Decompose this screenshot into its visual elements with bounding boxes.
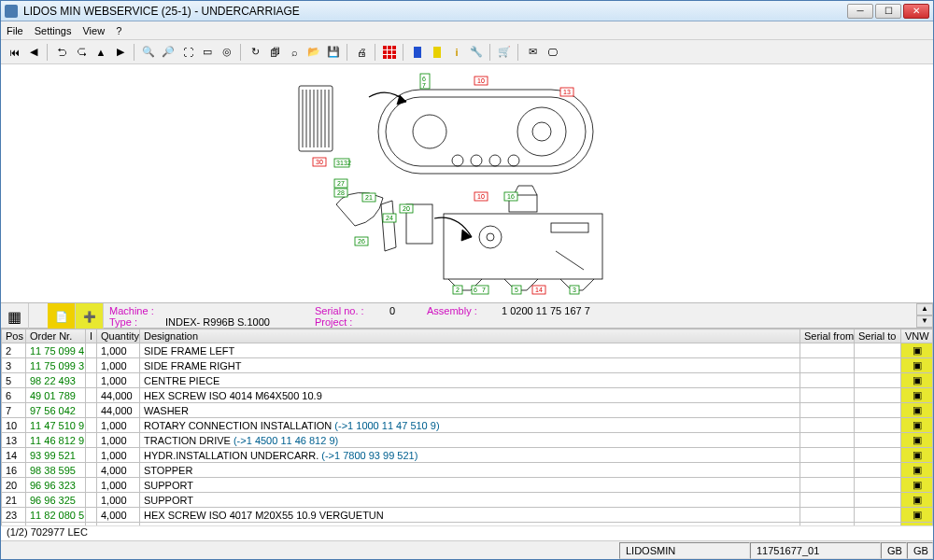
order-link[interactable]: 97 56 042 (30, 405, 76, 416)
vnw-icon[interactable]: ▣ (901, 523, 933, 526)
table-row[interactable]: 1698 38 5954,000STOPPER▣ (2, 463, 933, 478)
table-row[interactable]: 2096 96 3231,000SUPPORT▣ (2, 478, 933, 493)
svg-text:32: 32 (344, 160, 351, 166)
table-row[interactable]: 1311 46 812 91,000TRACTION DRIVE (->1 45… (2, 433, 933, 448)
minimize-button[interactable]: ─ (847, 4, 873, 19)
ref-link[interactable]: (->1 1000 11 47 510 9) (334, 420, 439, 431)
order-link[interactable]: 11 82 080 5 (30, 510, 84, 521)
save-icon[interactable]: 💾 (324, 43, 343, 62)
col-vnw[interactable]: VNW (901, 329, 933, 343)
nav-back-icon[interactable]: ⮌ (52, 43, 71, 62)
nav-fwd-icon[interactable]: ⮎ (72, 43, 91, 62)
info-strip: ▦ 📄 ➕ Machine : Serial no. : 0 Assembly … (1, 302, 933, 329)
ref-link[interactable]: (->1 4500 11 46 812 9) (234, 435, 338, 446)
order-link[interactable]: 11 75 099 4 (30, 345, 84, 357)
order-link[interactable]: 96 96 325 (30, 495, 76, 506)
table-row[interactable]: 1011 47 510 91,000ROTARY CONNECTION INST… (2, 418, 933, 433)
grid-view-button[interactable]: ▦ (1, 303, 29, 329)
close-button[interactable]: ✕ (903, 4, 929, 19)
table-row[interactable]: 311 75 099 31,000SIDE FRAME RIGHT▣ (2, 358, 933, 373)
maximize-button[interactable]: ☐ (875, 4, 901, 19)
zoom-in-icon[interactable]: 🔍 (139, 43, 158, 62)
vnw-icon[interactable]: ▣ (901, 478, 933, 493)
order-link[interactable]: 98 38 595 (30, 465, 76, 476)
ref-link[interactable]: (->1 7800 93 99 521) (321, 450, 417, 461)
col-pos[interactable]: Pos (2, 329, 26, 343)
svg-rect-2 (433, 47, 441, 58)
table-row[interactable]: 2196 96 3251,000SUPPORT▣ (2, 493, 933, 508)
table-row[interactable]: 598 22 4931,000CENTRE PIECE▣ (2, 373, 933, 388)
print-icon[interactable]: 🖨 (352, 43, 371, 62)
order-link[interactable]: 11 47 510 9 (30, 420, 84, 431)
info-scroll-down[interactable]: ▼ (916, 315, 933, 328)
svg-rect-0 (383, 46, 396, 59)
order-link[interactable]: 96 96 323 (30, 480, 76, 491)
wrench-icon[interactable]: 🔧 (467, 43, 486, 62)
info-icon[interactable]: i (447, 43, 466, 62)
search-doc-icon[interactable]: 🗐 (265, 43, 284, 62)
menu-settings[interactable]: Settings (35, 25, 72, 36)
parts-table[interactable]: Pos Order Nr. I Quantity Designation Ser… (1, 329, 933, 525)
vnw-icon[interactable]: ▣ (901, 448, 933, 463)
open-icon[interactable]: 📂 (304, 43, 323, 62)
order-link[interactable]: 93 99 521 (30, 450, 76, 461)
order-link[interactable]: 99 18 229 (30, 525, 76, 526)
nav-right-icon[interactable]: ▶ (111, 43, 130, 62)
vnw-icon[interactable]: ▣ (901, 418, 933, 433)
table-row[interactable]: 2499 18 2294,000WASHER 20.5/34X5▣ (2, 523, 933, 526)
svg-point-5 (517, 107, 566, 156)
order-link[interactable]: 11 75 099 3 (30, 360, 84, 371)
order-link[interactable]: 11 46 812 9 (30, 435, 84, 446)
svg-point-15 (479, 226, 502, 248)
marker-blue-icon[interactable] (408, 43, 427, 62)
vnw-icon[interactable]: ▣ (901, 403, 933, 418)
col-serial-to[interactable]: Serial to (855, 329, 901, 343)
col-des[interactable]: Designation (140, 329, 800, 343)
order-basket-button[interactable]: 📄 (48, 303, 76, 329)
table-row[interactable]: 211 75 099 41,000SIDE FRAME LEFT▣ (2, 343, 933, 358)
menu-file[interactable]: File (7, 25, 23, 36)
monitor-icon[interactable]: 🖵 (543, 43, 561, 62)
table-row[interactable]: 649 01 78944,000HEX SCREW ISO 4014 M64X5… (2, 388, 933, 403)
cart-icon[interactable]: 🛒 (495, 43, 514, 62)
vnw-icon[interactable]: ▣ (901, 508, 933, 523)
nav-prev-icon[interactable]: ◀ (24, 43, 43, 62)
order-link[interactable]: 49 01 789 (30, 390, 76, 401)
order-link[interactable]: 98 22 493 (30, 375, 76, 386)
marker-yellow-icon[interactable] (428, 43, 446, 62)
info-scroll-up[interactable]: ▲ (916, 303, 933, 315)
grid-red-icon[interactable] (380, 43, 399, 62)
search-icon[interactable]: ⌕ (285, 43, 304, 62)
col-qty[interactable]: Quantity (97, 329, 140, 343)
vnw-icon[interactable]: ▣ (901, 493, 933, 508)
vnw-icon[interactable]: ▣ (901, 343, 933, 358)
vnw-icon[interactable]: ▣ (901, 463, 933, 478)
mail-icon[interactable]: ✉ (523, 43, 542, 62)
col-order[interactable]: Order Nr. (26, 329, 86, 343)
vnw-icon[interactable]: ▣ (901, 373, 933, 388)
vnw-icon[interactable]: ▣ (901, 388, 933, 403)
table-row[interactable]: 1493 99 5211,000HYDR.INSTALLATION UNDERC… (2, 448, 933, 463)
svg-text:6: 6 (422, 76, 426, 82)
target-icon[interactable]: ◎ (218, 43, 236, 62)
zoom-fit-icon[interactable]: ⛶ (178, 43, 197, 62)
svg-text:26: 26 (358, 238, 365, 245)
vnw-icon[interactable]: ▣ (901, 433, 933, 448)
refresh-icon[interactable]: ↻ (246, 43, 264, 62)
table-row[interactable]: 2311 82 080 54,000HEX SCREW ISO 4017 M20… (2, 508, 933, 523)
nav-up-icon[interactable]: ▲ (92, 43, 110, 62)
order-add-button[interactable]: ➕ (76, 303, 104, 329)
col-i[interactable]: I (86, 329, 97, 343)
window-title: LIDOS MIN WEBSERVICE (25-1) - UNDERCARRI… (23, 5, 847, 18)
nav-first-icon[interactable]: ⏮ (5, 43, 23, 62)
table-row[interactable]: 797 56 04244,000WASHER▣ (2, 403, 933, 418)
svg-text:16: 16 (507, 193, 515, 200)
vnw-icon[interactable]: ▣ (901, 358, 933, 373)
zoom-out-icon[interactable]: 🔎 (159, 43, 177, 62)
exploded-diagram[interactable]: 67 10 13 30 3132 27 28 21 24 20 26 10 16… (1, 64, 933, 302)
col-serial-from[interactable]: Serial from (800, 329, 855, 343)
menu-help[interactable]: ? (116, 25, 121, 36)
menu-view[interactable]: View (82, 25, 105, 36)
zoom-region-icon[interactable]: ▭ (198, 43, 217, 62)
app-icon (5, 5, 18, 18)
